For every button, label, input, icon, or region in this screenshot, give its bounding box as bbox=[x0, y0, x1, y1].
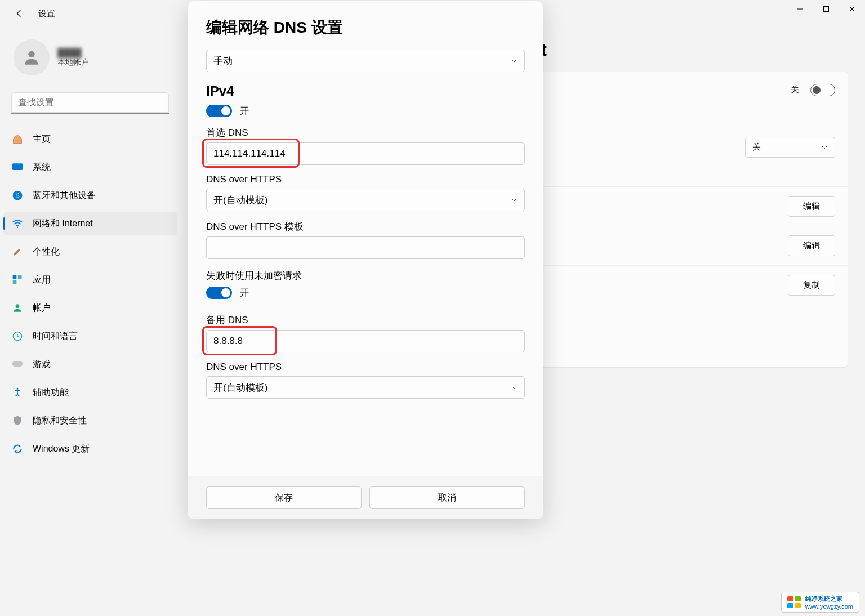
cancel-button[interactable]: 取消 bbox=[369, 486, 525, 509]
chevron-down-icon bbox=[511, 384, 518, 391]
dns-settings-dialog: 编辑网络 DNS 设置 手动 IPv4 开 首选 DNS DNS over HT… bbox=[188, 1, 543, 519]
watermark-text1: 纯净系统之家 bbox=[805, 595, 853, 603]
fallback-label: 失败时使用未加密请求 bbox=[206, 269, 525, 282]
doh2-select[interactable]: 开(自动模板) bbox=[206, 376, 525, 399]
alt-dns-input[interactable] bbox=[206, 330, 525, 352]
doh-select[interactable]: 开(自动模板) bbox=[206, 189, 525, 211]
modal-overlay: 编辑网络 DNS 设置 手动 IPv4 开 首选 DNS DNS over HT… bbox=[0, 0, 865, 616]
watermark-text2: www.ycwgzy.com bbox=[805, 603, 853, 610]
watermark-logo bbox=[787, 596, 802, 609]
chevron-down-icon bbox=[511, 197, 518, 203]
fallback-toggle[interactable] bbox=[206, 287, 232, 299]
ipv4-heading: IPv4 bbox=[206, 83, 525, 99]
alt-dns-label: 备用 DNS bbox=[206, 314, 525, 327]
watermark: 纯净系统之家 www.ycwgzy.com bbox=[781, 592, 859, 613]
dialog-footer: 保存 取消 bbox=[188, 476, 543, 519]
chevron-down-icon bbox=[511, 57, 518, 64]
dialog-title: 编辑网络 DNS 设置 bbox=[206, 17, 525, 38]
doh-label: DNS over HTTPS bbox=[206, 174, 525, 185]
toggle-label: 开 bbox=[240, 287, 249, 299]
preferred-dns-input[interactable] bbox=[206, 142, 525, 165]
dns-mode-select[interactable]: 手动 bbox=[206, 50, 525, 72]
toggle-label: 开 bbox=[240, 105, 249, 117]
ipv4-toggle[interactable] bbox=[206, 105, 232, 117]
doh2-label: DNS over HTTPS bbox=[206, 361, 525, 373]
save-button[interactable]: 保存 bbox=[206, 486, 362, 509]
doh-template-label: DNS over HTTPS 模板 bbox=[206, 220, 525, 233]
doh-template-input[interactable] bbox=[206, 236, 525, 259]
preferred-dns-label: 首选 DNS bbox=[206, 126, 525, 139]
